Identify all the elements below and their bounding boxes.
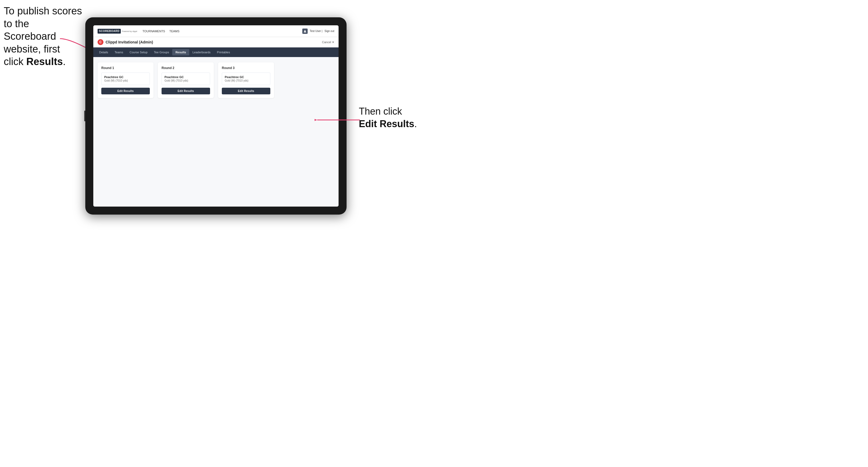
tournament-header: C Clippd Invitational (Admin) Cancel ✕ (93, 37, 339, 48)
empty-column (278, 62, 334, 98)
tab-details[interactable]: Details (96, 49, 112, 56)
nav-username: Test User | (310, 30, 322, 33)
sub-nav: Details Teams Course Setup Tee Groups Re… (93, 48, 339, 57)
tablet-side-button (84, 111, 85, 121)
tab-course-setup[interactable]: Course Setup (126, 49, 151, 56)
nav-tournaments[interactable]: TOURNAMENTS (142, 30, 165, 33)
round-1-course-tee: Gold (M) (7010 yds) (104, 79, 147, 82)
round-3-title: Round 3 (222, 66, 270, 70)
tab-teams[interactable]: Teams (112, 49, 126, 56)
round-1-card: Round 1 Peachtree GC Gold (M) (7010 yds)… (98, 62, 154, 98)
instruction-text-2: Then click Edit Results. (359, 105, 428, 130)
cancel-label: Cancel (322, 40, 331, 44)
edit-results-button-1[interactable]: Edit Results (101, 88, 150, 94)
round-2-card: Round 2 Peachtree GC Gold (M) (7010 yds)… (158, 62, 214, 98)
top-nav: SCOREBOARD Powered by clippd TOURNAMENTS… (93, 25, 339, 37)
nav-right: Test User | Sign out (302, 29, 334, 34)
user-icon (302, 29, 308, 34)
rounds-grid: Round 1 Peachtree GC Gold (M) (7010 yds)… (98, 62, 334, 98)
tournament-name: Clippd Invitational (Admin) (105, 40, 153, 44)
nav-signout[interactable]: Sign out (324, 30, 334, 33)
instruction-line-4a: click (4, 56, 26, 67)
instruction2-line1: Then click (359, 106, 402, 117)
round-2-course-tee: Gold (M) (7010 yds) (164, 79, 207, 82)
nav-links: TOURNAMENTS TEAMS (142, 30, 179, 33)
tablet-frame: SCOREBOARD Powered by clippd TOURNAMENTS… (85, 17, 347, 215)
round-1-title: Round 1 (101, 66, 150, 70)
tournament-title-row: C Clippd Invitational (Admin) (98, 39, 153, 45)
round-3-course-tee: Gold (M) (7010 yds) (225, 79, 268, 82)
round-3-course-card: Peachtree GC Gold (M) (7010 yds) (222, 72, 270, 85)
tab-results[interactable]: Results (172, 49, 189, 56)
round-2-title: Round 2 (161, 66, 210, 70)
tab-leaderboards[interactable]: Leaderboards (189, 49, 214, 56)
close-icon: ✕ (332, 40, 334, 44)
instruction2-line2-end: . (414, 118, 417, 129)
logo-subtitle: Powered by clippd (122, 30, 137, 32)
instruction-line-4c: . (63, 56, 66, 67)
edit-results-button-3[interactable]: Edit Results (222, 88, 270, 94)
scoreboard-logo: SCOREBOARD (98, 29, 121, 34)
round-3-course-name: Peachtree GC (225, 75, 268, 79)
tournament-icon: C (98, 39, 103, 45)
cancel-button[interactable]: Cancel ✕ (322, 40, 334, 44)
instruction-line-2: to the Scoreboard (4, 18, 56, 42)
round-1-course-name: Peachtree GC (104, 75, 147, 79)
tab-printables[interactable]: Printables (214, 49, 233, 56)
round-1-course-card: Peachtree GC Gold (M) (7010 yds) (101, 72, 150, 85)
tab-tee-groups[interactable]: Tee Groups (151, 49, 172, 56)
tablet-screen: SCOREBOARD Powered by clippd TOURNAMENTS… (93, 25, 339, 207)
instruction-line-3: website, first (4, 43, 60, 55)
round-3-card: Round 3 Peachtree GC Gold (M) (7010 yds)… (218, 62, 274, 98)
user-avatar-icon (303, 30, 307, 33)
instruction2-line2: Edit Results (359, 118, 414, 129)
instruction-text-1: To publish scores to the Scoreboard webs… (4, 5, 84, 68)
round-2-course-name: Peachtree GC (164, 75, 207, 79)
logo-area: SCOREBOARD Powered by clippd (98, 29, 137, 34)
content-area: Round 1 Peachtree GC Gold (M) (7010 yds)… (93, 57, 339, 207)
round-2-course-card: Peachtree GC Gold (M) (7010 yds) (161, 72, 210, 85)
nav-teams[interactable]: TEAMS (169, 30, 179, 33)
instruction-line-4b: Results (26, 56, 63, 67)
edit-results-button-2[interactable]: Edit Results (161, 88, 210, 94)
instruction-line-1: To publish scores (4, 5, 82, 17)
